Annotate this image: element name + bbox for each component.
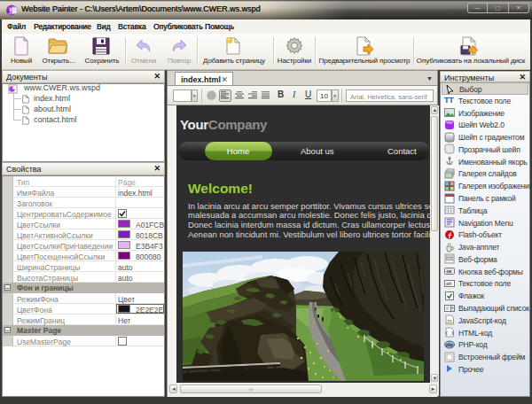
svg-text:abl: abl <box>446 281 451 286</box>
svg-text:JS: JS <box>447 319 453 324</box>
svg-text:ок: ок <box>447 268 452 274</box>
svg-text:php: php <box>446 343 453 347</box>
